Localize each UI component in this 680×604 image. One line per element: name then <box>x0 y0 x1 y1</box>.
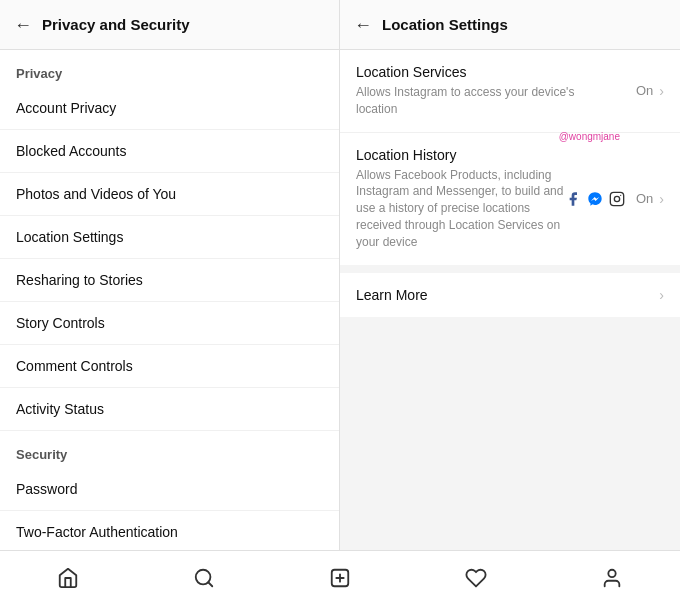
right-panel: Location Services Allows Instagram to ac… <box>340 50 680 550</box>
menu-item-location-settings[interactable]: Location Settings ← @wongmjane <box>0 216 339 259</box>
menu-item-resharing[interactable]: Resharing to Stories <box>0 259 339 302</box>
right-item-location-history-content: Location History Allows Facebook Product… <box>356 147 564 251</box>
svg-rect-0 <box>610 192 623 205</box>
location-history-subtitle: Allows Facebook Products, including Inst… <box>356 167 564 251</box>
menu-item-comment-controls[interactable]: Comment Controls <box>0 345 339 388</box>
menu-item-photos-videos[interactable]: Photos and Videos of You <box>0 173 339 216</box>
location-history-title: Location History <box>356 147 564 163</box>
social-icons-group <box>564 190 626 208</box>
left-panel: Privacy Account Privacy Blocked Accounts… <box>0 50 340 550</box>
messenger-icon <box>586 190 604 208</box>
right-item-location-history[interactable]: @wongmjane Location History Allows Faceb… <box>340 133 680 265</box>
menu-item-story-controls[interactable]: Story Controls <box>0 302 339 345</box>
location-history-status: On <box>636 191 653 206</box>
nav-search-button[interactable] <box>191 565 217 591</box>
right-item-location-services-content: Location Services Allows Instagram to ac… <box>356 64 636 118</box>
nav-home-button[interactable] <box>55 565 81 591</box>
nav-add-button[interactable] <box>327 565 353 591</box>
menu-item-two-factor[interactable]: Two-Factor Authentication <box>0 511 339 550</box>
location-history-right: On › <box>564 190 664 208</box>
svg-point-1 <box>614 196 619 201</box>
instagram-icon <box>608 190 626 208</box>
location-history-annotation: @wongmjane <box>559 131 620 142</box>
facebook-icon <box>564 190 582 208</box>
svg-point-2 <box>620 194 621 195</box>
nav-likes-button[interactable] <box>463 565 489 591</box>
nav-profile-button[interactable] <box>599 565 625 591</box>
right-section-learn-more: Learn More › <box>340 273 680 317</box>
location-services-right: On › <box>636 83 664 99</box>
bottom-nav <box>0 550 680 604</box>
header-row: ← Privacy and Security ← Location Settin… <box>0 0 680 50</box>
location-settings-label: Location Settings <box>16 229 123 245</box>
right-item-learn-more-content: Learn More <box>356 287 659 303</box>
location-history-chevron-icon: › <box>659 191 664 207</box>
svg-point-8 <box>608 569 615 576</box>
learn-more-chevron-icon: › <box>659 287 664 303</box>
right-item-learn-more[interactable]: Learn More › <box>340 273 680 317</box>
section-header-security: Security <box>0 431 339 468</box>
right-header-title: Location Settings <box>382 16 508 33</box>
menu-item-activity-status[interactable]: Activity Status <box>0 388 339 431</box>
menu-item-blocked-accounts[interactable]: Blocked Accounts <box>0 130 339 173</box>
location-services-chevron-icon: › <box>659 83 664 99</box>
main-row: Privacy Account Privacy Blocked Accounts… <box>0 50 680 550</box>
section-header-privacy: Privacy <box>0 50 339 87</box>
location-services-title: Location Services <box>356 64 636 80</box>
menu-item-password[interactable]: Password <box>0 468 339 511</box>
learn-more-title: Learn More <box>356 287 659 303</box>
left-header: ← Privacy and Security <box>0 0 340 49</box>
menu-item-account-privacy[interactable]: Account Privacy <box>0 87 339 130</box>
right-item-location-services[interactable]: Location Services Allows Instagram to ac… <box>340 50 680 133</box>
learn-more-right: › <box>659 287 664 303</box>
svg-line-4 <box>208 582 212 586</box>
right-section-location: Location Services Allows Instagram to ac… <box>340 50 680 265</box>
right-back-button[interactable]: ← <box>354 16 372 34</box>
location-services-subtitle: Allows Instagram to access your device's… <box>356 84 616 118</box>
left-back-button[interactable]: ← <box>14 16 32 34</box>
location-services-status: On <box>636 83 653 98</box>
left-header-title: Privacy and Security <box>42 16 190 33</box>
right-header: ← Location Settings <box>340 0 680 49</box>
